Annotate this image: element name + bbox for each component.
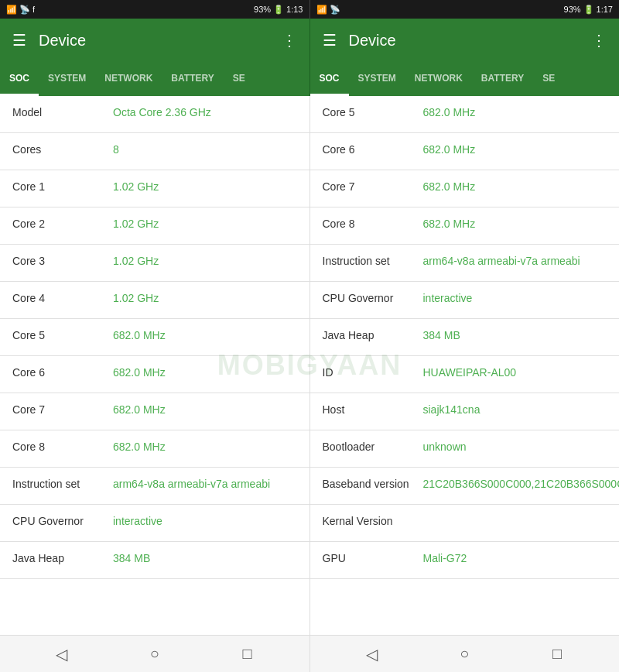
row2-value-2: 682.0 MHz (423, 180, 607, 195)
row2-value-6: 384 MB (423, 328, 607, 344)
bottom-nav-left: ◁ ○ □ (0, 636, 310, 672)
row-label-6: Core 5 (12, 328, 113, 344)
battery-text-1: 93% (254, 5, 271, 14)
menu-icon-right[interactable]: ☰ (323, 31, 337, 50)
table-row: Model Octa Core 2.36 GHz (0, 96, 310, 133)
signal-icon-2: 📶 (316, 5, 327, 15)
row-label-5: Core 4 (12, 291, 113, 307)
table-row: Core 6 682.0 MHz (310, 133, 620, 170)
tab-soc-left[interactable]: SOC (0, 62, 39, 96)
row-label-1: Cores (12, 142, 113, 158)
row-label-2: Core 1 (12, 180, 113, 195)
row-value-4: 1.02 GHz (113, 254, 297, 269)
table-row: GPU Mali-G72 (310, 542, 620, 579)
row2-label-5: CPU Governor (323, 291, 423, 307)
row2-label-8: Host (323, 403, 423, 418)
tab-se-right[interactable]: SE (533, 62, 564, 96)
row-label-7: Core 6 (12, 365, 113, 381)
back-button-right[interactable]: ◁ (356, 639, 387, 670)
table-row: Core 7 682.0 MHz (0, 393, 310, 430)
row-value-12: 384 MB (113, 551, 297, 567)
row2-label-12: GPU (323, 551, 423, 567)
row-value-5: 1.02 GHz (113, 291, 297, 307)
status-icons-right: 📶 📡 (316, 5, 340, 15)
home-button-left[interactable]: ○ (139, 639, 170, 670)
row2-label-3: Core 8 (323, 217, 423, 232)
row2-label-1: Core 6 (323, 142, 423, 158)
recent-button-left[interactable]: □ (232, 639, 263, 670)
table-row: Core 8 682.0 MHz (0, 430, 310, 468)
row2-label-6: Java Heap (323, 328, 423, 344)
row2-value-4: arm64-v8a armeabi-v7a armeabi (423, 254, 607, 269)
table-row: Core 3 1.02 GHz (0, 245, 310, 282)
tab-network-left[interactable]: NETWORK (95, 62, 162, 96)
time-1: 1:13 (286, 5, 303, 14)
home-button-right[interactable]: ○ (449, 639, 480, 670)
row-label-9: Core 8 (12, 440, 113, 455)
tab-system-right[interactable]: SYSTEM (349, 62, 405, 96)
table-row: Core 8 682.0 MHz (310, 207, 620, 245)
row-value-0: Octa Core 2.36 GHz (113, 105, 297, 121)
tab-battery-right[interactable]: BATTERY (472, 62, 533, 96)
table-row: Core 7 682.0 MHz (310, 170, 620, 207)
row2-value-0: 682.0 MHz (423, 105, 607, 121)
table-row: Java Heap 384 MB (0, 542, 310, 579)
row2-label-10: Baseband version (323, 477, 423, 492)
table-row: Bootloader unknown (310, 430, 620, 468)
more-options-left[interactable]: ⋮ (282, 31, 297, 50)
status-bar-left: 📶 📡 f 93% 🔋 1:13 (0, 0, 310, 19)
recent-button-right[interactable]: □ (542, 639, 573, 670)
row2-value-9: unknown (423, 440, 607, 455)
row2-value-3: 682.0 MHz (423, 217, 607, 232)
table-row: Core 6 682.0 MHz (0, 356, 310, 393)
table-row: Instruction set arm64-v8a armeabi-v7a ar… (310, 245, 620, 282)
row-value-1: 8 (113, 142, 297, 158)
row2-value-5: interactive (423, 291, 607, 307)
table-row: Baseband version 21C20B366S000C000,21C20… (310, 468, 620, 505)
tab-network-right[interactable]: NETWORK (405, 62, 472, 96)
row-value-3: 1.02 GHz (113, 217, 297, 232)
row2-label-9: Bootloader (323, 440, 423, 455)
panel-right: Core 5 682.0 MHz Core 6 682.0 MHz Core 7… (310, 96, 620, 635)
tab-battery-left[interactable]: BATTERY (162, 62, 223, 96)
table-row: Instruction set arm64-v8a armeabi-v7a ar… (0, 468, 310, 505)
header-title-left: Device (39, 32, 269, 50)
more-options-right[interactable]: ⋮ (591, 31, 607, 50)
row2-value-8: siajk141cna (423, 403, 607, 418)
row2-value-1: 682.0 MHz (423, 142, 607, 158)
row-label-0: Model (12, 105, 113, 121)
wifi-icon: 📡 (19, 5, 30, 15)
app-header-left: ☰ Device ⋮ (0, 19, 310, 62)
row2-label-11: Kernal Version (323, 514, 423, 530)
tab-system-left[interactable]: SYSTEM (39, 62, 95, 96)
table-row: CPU Governor interactive (310, 282, 620, 319)
battery-text-2: 93% (564, 5, 581, 14)
table-row: Core 1 1.02 GHz (0, 170, 310, 207)
app-header-right: ☰ Device ⋮ (310, 19, 620, 62)
row2-label-0: Core 5 (323, 105, 423, 121)
table-row: Cores 8 (0, 133, 310, 170)
row-value-8: 682.0 MHz (113, 403, 297, 418)
tab-soc-right[interactable]: SOC (310, 62, 349, 96)
row2-value-12: Mali-G72 (423, 551, 607, 567)
row-value-11: interactive (113, 514, 297, 530)
table-row: Core 4 1.02 GHz (0, 282, 310, 319)
row-label-12: Java Heap (12, 551, 113, 567)
tab-se-left[interactable]: SE (224, 62, 255, 96)
battery-icon-1: 🔋 (273, 5, 284, 15)
signal-icon: 📶 (6, 5, 17, 15)
status-right-1: 93% 🔋 1:13 (254, 5, 303, 15)
table-row: Core 2 1.02 GHz (0, 207, 310, 245)
panel-left: Model Octa Core 2.36 GHz Cores 8 Core 1 … (0, 96, 310, 635)
back-button-left[interactable]: ◁ (46, 639, 77, 670)
table-row: Core 5 682.0 MHz (310, 96, 620, 133)
wifi-icon-2: 📡 (330, 5, 340, 15)
status-icons-left: 📶 📡 f (6, 5, 35, 15)
menu-icon-left[interactable]: ☰ (12, 31, 26, 50)
table-row: ID HUAWEIPAR-AL00 (310, 356, 620, 393)
header-title-right: Device (349, 32, 580, 50)
row-value-9: 682.0 MHz (113, 440, 297, 455)
row-value-2: 1.02 GHz (113, 180, 297, 195)
tab-bar-left: SOC SYSTEM NETWORK BATTERY SE (0, 62, 310, 96)
row2-label-2: Core 7 (323, 180, 423, 195)
